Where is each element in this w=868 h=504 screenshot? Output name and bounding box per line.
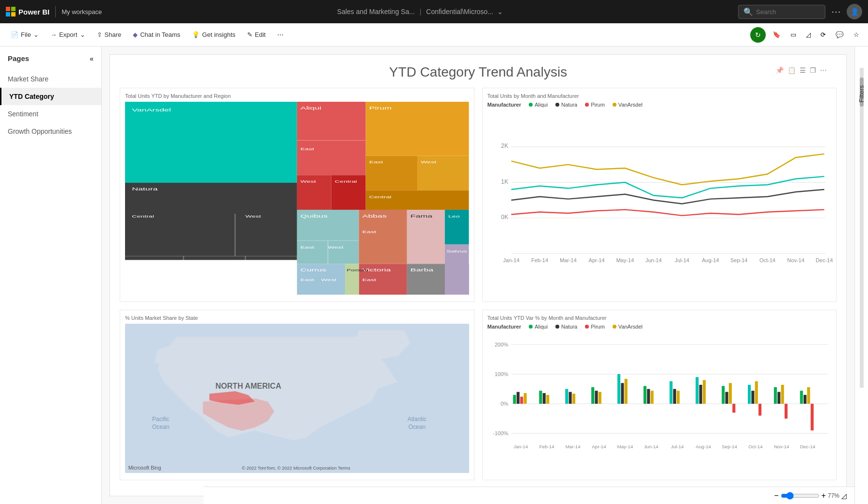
tm-aliqui[interactable] — [297, 102, 366, 175]
line-chart-area: 2K 1K 0K Jan-14 Feb-14 Mar-14 Apr-14 May… — [488, 110, 832, 290]
tm-pirum-central[interactable] — [366, 190, 469, 210]
expand-icon[interactable]: ❐ — [810, 66, 816, 74]
collapse-sidebar-button[interactable]: « — [90, 55, 94, 63]
bar-mar-natura — [568, 392, 571, 404]
get-insights-button[interactable]: 💡 Get insights — [187, 29, 240, 41]
star-button[interactable]: ☆ — [851, 28, 862, 41]
sidebar-item-ytd-category[interactable]: YTD Category — [0, 88, 101, 105]
insights-label: Get insights — [202, 31, 236, 38]
bar-jun-aliqui — [643, 386, 646, 404]
file-button[interactable]: 📄 File ⌄ — [6, 29, 44, 41]
tm-currus-east: East — [300, 278, 315, 282]
report-main-title: YTD Category Trend Analysis — [120, 64, 836, 80]
share-button[interactable]: ⇧ Share — [92, 29, 126, 41]
copy-icon[interactable]: 📋 — [788, 66, 796, 74]
sentiment-label: Sentiment — [8, 110, 38, 118]
bar-sep-pirum-neg — [732, 404, 735, 412]
pin-icon[interactable]: 📌 — [775, 66, 784, 74]
bar-aliqui-label: Aliqui — [535, 324, 548, 330]
map-container[interactable]: NORTH AMERICA Pacific Ocean Atlantic Oce… — [125, 324, 469, 473]
bar-legend-pirum: Pirum — [585, 324, 605, 330]
aliqui-label: Aliqui — [535, 102, 548, 108]
fullscreen-button[interactable]: ◿ — [803, 28, 814, 41]
bar-pirum-dot — [585, 325, 589, 329]
tm-natura-east: East — [132, 268, 146, 272]
workspace-label[interactable]: My workspace — [62, 8, 102, 16]
more-options-icon[interactable]: ⋯ — [831, 6, 841, 17]
tm-quibus-west: West — [328, 245, 344, 249]
bar-legend-vanarsdel: VanArsdel — [613, 324, 643, 330]
edit-button[interactable]: ✎ Edit — [242, 29, 270, 41]
search-input[interactable] — [756, 8, 819, 16]
vanarsdel-dot — [613, 103, 616, 107]
insights-icon: 💡 — [192, 31, 200, 38]
avatar[interactable]: 👤 — [847, 4, 862, 19]
sidebar-item-market-share[interactable]: Market Share — [0, 70, 101, 88]
svg-text:-100%: -100% — [493, 430, 508, 436]
search-box[interactable]: 🔍 — [738, 5, 825, 19]
tm-barba-label: Barba — [410, 267, 433, 272]
filters-panel[interactable]: Filters — [854, 47, 868, 504]
bar-chart-title: Total Units YTD Var % by Month and Manuf… — [488, 315, 832, 321]
svg-text:Feb-14: Feb-14 — [531, 257, 548, 263]
ms-logo: Power BI — [6, 7, 49, 16]
svg-text:Aug-14: Aug-14 — [695, 444, 711, 449]
zoom-slider[interactable] — [781, 492, 820, 500]
tm-natura[interactable] — [125, 183, 297, 260]
bar-feb-aliqui — [539, 391, 542, 404]
vertical-scrollbar[interactable] — [860, 68, 864, 388]
treemap-panel: Total Units YTD by Manufacturer and Regi… — [120, 88, 474, 302]
sidebar-item-sentiment[interactable]: Sentiment — [0, 105, 101, 123]
chat-in-teams-button[interactable]: ◆ Chat in Teams — [128, 29, 185, 41]
sidebar-item-growth-opportunities[interactable]: Growth Opportunities — [0, 123, 101, 140]
svg-text:100%: 100% — [494, 371, 508, 377]
svg-text:Oct-14: Oct-14 — [759, 257, 775, 263]
zoom-out-button[interactable]: − — [774, 491, 778, 500]
bar-oct-aliqui — [748, 385, 751, 404]
view-button[interactable]: ▭ — [788, 28, 799, 41]
chevron-down-icon[interactable]: ⌄ — [497, 8, 503, 16]
bar-jan-pirum — [520, 397, 523, 404]
svg-text:Jun-14: Jun-14 — [645, 257, 662, 263]
filter-icon[interactable]: ☰ — [800, 66, 806, 74]
ms-brand-label: Power BI — [18, 8, 49, 16]
zoom-in-button[interactable]: + — [821, 491, 826, 500]
line-chart-panel: Total Units by Month and Manufacturer Ma… — [482, 88, 837, 302]
tm-leo-label: Leo — [448, 214, 460, 218]
bar-pirum-label: Pirum — [591, 324, 605, 330]
bar-chart-svg: 200% 100% 0% -100% Jan-14 Feb-14 Mar-14 … — [488, 332, 832, 463]
tm-vanarsdel-west: West — [245, 214, 261, 218]
growth-opportunities-label: Growth Opportunities — [8, 127, 72, 135]
bar-feb-natura — [542, 393, 545, 404]
bar-apr-vanarsdel — [598, 392, 601, 404]
tm-aliqui-label: Aliqui — [300, 105, 321, 110]
natura-label: Natura — [561, 102, 577, 108]
comment-button[interactable]: 💬 — [833, 28, 847, 41]
zoom-level: 77% — [828, 492, 839, 499]
bar-aug-aliqui — [695, 377, 698, 404]
reload-button[interactable]: ⟳ — [818, 28, 829, 41]
bar-feb-vanarsdel — [546, 395, 549, 404]
tm-abbas-label: Abbas — [363, 213, 387, 219]
pirum-line — [511, 210, 824, 216]
fit-page-button[interactable]: ◿ — [841, 492, 847, 500]
more-toolbar-button[interactable]: ⋯ — [272, 29, 288, 41]
ms-logo-grid — [6, 7, 16, 16]
export-button[interactable]: → Export ⌄ — [46, 29, 90, 41]
bookmark-button[interactable]: 🔖 — [770, 28, 784, 41]
tm-natura-central: Central — [187, 268, 209, 272]
ellipsis-icon[interactable]: ⋯ — [820, 66, 827, 74]
svg-text:May-14: May-14 — [616, 257, 634, 263]
bar-oct-pirum-neg — [758, 404, 761, 415]
treemap[interactable]: VanArsdel East Natura East Central West — [125, 102, 469, 295]
filters-label[interactable]: Filters — [858, 85, 865, 102]
bar-nov-pirum-neg — [784, 404, 787, 419]
refresh-button[interactable]: ↻ — [750, 27, 766, 43]
report-name: Sales and Marketing Sa... — [337, 8, 415, 16]
svg-text:Aug-14: Aug-14 — [702, 257, 719, 263]
zoom-controls: − + 77% ◿ — [774, 491, 847, 500]
edit-icon: ✎ — [247, 31, 253, 38]
tm-pirum-west-label: West — [421, 160, 437, 164]
svg-text:Feb-14: Feb-14 — [539, 444, 554, 449]
svg-text:Jan-14: Jan-14 — [503, 257, 520, 263]
